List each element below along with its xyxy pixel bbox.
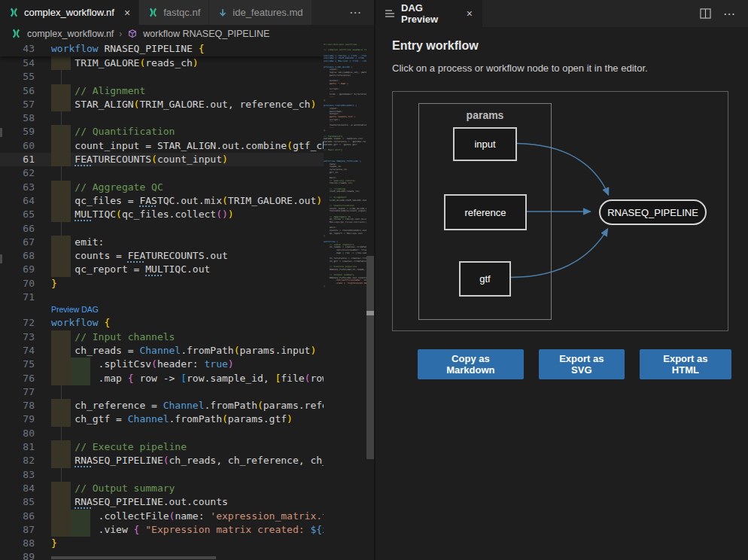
scrollbar-thumb[interactable]: [366, 256, 374, 459]
line-number: 89: [0, 550, 51, 560]
markdown-icon: [217, 8, 228, 18]
chevron-right-icon: ›: [119, 29, 122, 39]
code-line: 78 ch_reference = Channel.fromPath(param…: [0, 399, 324, 412]
code-line: 62: [0, 166, 324, 180]
code-line: 87 .view { "Expression matrix created: $…: [0, 523, 324, 537]
code-line: 43workflow RNASEQ_PIPELINE {: [0, 42, 324, 56]
line-number: 81: [0, 440, 51, 454]
code-line: 68 counts = FEATURECOUNTS.out: [0, 249, 324, 263]
line-number: 79: [0, 412, 51, 426]
code-line: 73 // Input channels: [0, 330, 324, 344]
panel-body: Entry workflow Click on a process or wor…: [376, 27, 748, 560]
line-number: 75: [0, 358, 51, 371]
node-gtf[interactable]: gtf: [459, 261, 511, 297]
code-line: 66: [0, 222, 324, 236]
node-input[interactable]: input: [453, 127, 517, 161]
code-line: 86 .collectFile(name: 'expression_matrix…: [0, 510, 324, 523]
node-reference[interactable]: reference: [444, 194, 527, 230]
code-line: 76 .map { row -> [row.sample_id, [file(r…: [0, 372, 324, 385]
copy-as-markdown-button[interactable]: Copy as Markdown: [418, 349, 524, 379]
line-number: 61: [0, 153, 51, 166]
line-number: 76: [0, 372, 51, 385]
tab-dag-preview[interactable]: DAG Preview ×: [376, 0, 482, 27]
code-line: 81 // Execute pipeline: [0, 440, 324, 454]
line-number: 80: [0, 427, 51, 440]
code-line: 82 RNASEQ_PIPELINE(ch_reads, ch_referenc…: [0, 454, 324, 467]
codelens-preview-dag[interactable]: Preview DAG: [0, 304, 324, 316]
tab-label: ide_features.md: [233, 7, 303, 18]
more-actions-icon[interactable]: ⋯: [723, 7, 736, 21]
code-line: 63 // Aggregate QC: [0, 181, 324, 194]
line-number: 58: [0, 111, 51, 125]
line-number: 71: [0, 291, 51, 304]
line-number: 82: [0, 454, 51, 467]
gutter-decoration: [0, 128, 2, 137]
minimap[interactable]: #!/usr/bin/env nextflow// Complex workfl…: [324, 42, 366, 560]
panel-subtext: Click on a process or workflow node to o…: [392, 62, 731, 74]
code-line: 58: [0, 111, 324, 125]
line-number: 54: [0, 56, 51, 70]
code-line: 72workflow {: [0, 316, 324, 330]
line-number: 69: [0, 263, 51, 276]
panel-tab-label: DAG Preview: [401, 2, 457, 25]
node-rnaseq-pipeline[interactable]: RNASEQ_PIPELINE: [599, 199, 707, 225]
sticky-scroll-line[interactable]: 43workflow RNASEQ_PIPELINE {: [0, 42, 324, 56]
line-number: 62: [0, 166, 51, 180]
vertical-scrollbar[interactable]: [366, 42, 374, 560]
export-buttons: Copy as Markdown Export as SVG Export as…: [418, 349, 731, 379]
line-number: 65: [0, 208, 51, 221]
close-icon[interactable]: ×: [467, 8, 473, 20]
line-number: 60: [0, 139, 51, 153]
breadcrumb-file[interactable]: complex_workflow.nf: [27, 29, 114, 39]
code-editor[interactable]: 43workflow RNASEQ_PIPELINE { 54 TRIM_GAL…: [0, 42, 374, 560]
breadcrumb: complex_workflow.nf › workflow RNASEQ_PI…: [0, 25, 374, 42]
code-line: 64 qc_files = FASTQC.out.mix(TRIM_GALORE…: [0, 194, 324, 208]
code-line: 77: [0, 385, 324, 399]
editor-tab-complex_workflow.nf[interactable]: complex_workflow.nf×: [0, 0, 139, 25]
line-number: 78: [0, 399, 51, 412]
line-number: 64: [0, 194, 51, 208]
nextflow-icon: [11, 28, 22, 39]
line-number: 74: [0, 344, 51, 358]
code-line: 54 TRIM_GALORE(reads_ch): [0, 56, 324, 70]
editor-tab-ide_features.md[interactable]: ide_features.md: [209, 0, 312, 25]
export-as-svg-button[interactable]: Export as SVG: [539, 349, 625, 379]
editor-tab-bar: complex_workflow.nf×fastqc.nfide_feature…: [0, 0, 374, 25]
split-editor-icon[interactable]: [700, 8, 711, 19]
code-line: 56 // Alignment: [0, 84, 324, 98]
breadcrumb-symbol[interactable]: workflow RNASEQ_PIPELINE: [143, 29, 269, 39]
export-as-html-button[interactable]: Export as HTML: [640, 349, 731, 379]
line-number: 70: [0, 277, 51, 291]
code-line: 85 RNASEQ_PIPELINE.out.counts: [0, 495, 324, 509]
preview-list-icon: [385, 10, 394, 17]
editor-tab-fastqc.nf[interactable]: fastqc.nf: [139, 0, 209, 25]
overview-ruler-mark: [366, 311, 374, 315]
line-number: 67: [0, 236, 51, 249]
line-number: 83: [0, 468, 51, 482]
tab-label: complex_workflow.nf: [24, 7, 114, 18]
line-number: 77: [0, 385, 51, 399]
close-icon[interactable]: ×: [124, 8, 130, 18]
panel-heading: Entry workflow: [392, 39, 731, 53]
editor-pane: complex_workflow.nf×fastqc.nfide_feature…: [0, 0, 374, 560]
code-area[interactable]: 43workflow RNASEQ_PIPELINE { 54 TRIM_GAL…: [0, 42, 324, 560]
line-number: 56: [0, 84, 51, 98]
tab-overflow-icon[interactable]: ⋯: [349, 5, 362, 20]
code-line: 60 count_input = STAR_ALIGN.out.combine(…: [0, 139, 324, 153]
code-line: 74 ch_reads = Channel.fromPath(params.in…: [0, 344, 324, 358]
line-number: 66: [0, 222, 51, 236]
code-line: 55: [0, 70, 324, 84]
code-line: 67 emit:: [0, 236, 324, 249]
code-line: 88}: [0, 537, 324, 550]
line-number: 87: [0, 523, 51, 537]
panel-tab-bar: DAG Preview × ⋯: [376, 0, 748, 27]
code-line: 70}: [0, 277, 324, 291]
line-number: 86: [0, 510, 51, 523]
code-line: 71: [0, 291, 324, 304]
line-number: 57: [0, 98, 51, 111]
line-number: 85: [0, 495, 51, 509]
horizontal-scrollbar[interactable]: [51, 556, 216, 559]
code-line: 75 .splitCsv(header: true): [0, 358, 324, 371]
code-line: 83: [0, 468, 324, 482]
code-line: 61 FEATURECOUNTS(count_input): [0, 153, 324, 166]
